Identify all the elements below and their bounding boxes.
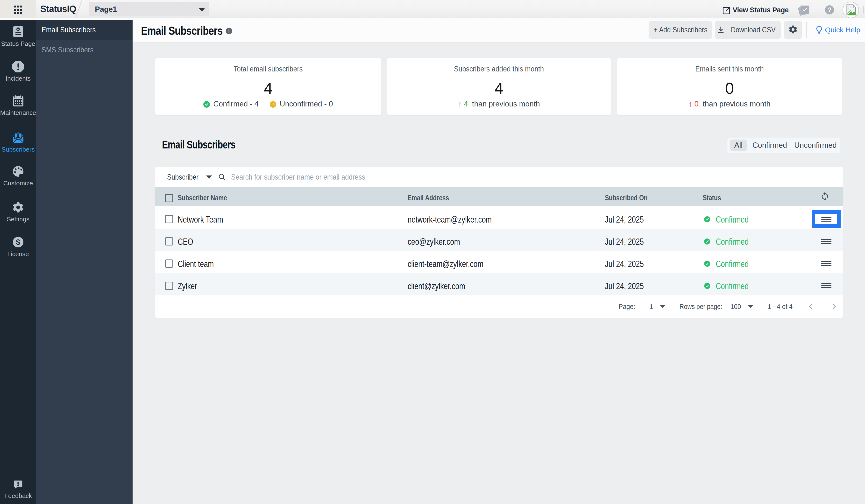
svg-text:$: $: [16, 238, 20, 246]
